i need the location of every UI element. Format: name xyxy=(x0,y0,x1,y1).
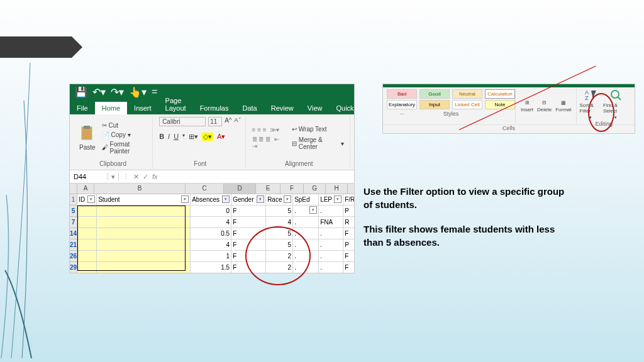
enter-icon[interactable]: ✓ xyxy=(143,173,148,181)
tab-view[interactable]: View xyxy=(301,102,330,114)
format-button[interactable]: ▦Format xyxy=(555,100,571,112)
delete-icon: ⊟ xyxy=(542,100,547,106)
filter-icon[interactable]: ▾ xyxy=(284,195,291,203)
svg-rect-1 xyxy=(84,126,90,129)
filter-active-icon[interactable]: ▾ xyxy=(222,195,230,203)
format-icon: ▦ xyxy=(561,100,566,106)
underline-button[interactable]: U xyxy=(174,133,179,141)
style-calculation[interactable]: Calculation xyxy=(485,89,515,99)
ribbon-panel: Paste ✂Cut 📄Copy ▾ 🖌Format Painter Clipb… xyxy=(70,114,354,170)
svg-text:Z: Z xyxy=(585,95,589,101)
fx-icon[interactable]: fx xyxy=(152,173,158,180)
style-input[interactable]: Input xyxy=(419,100,450,109)
touch-icon[interactable]: 👆▾ xyxy=(129,86,147,98)
wrap-icon: ↩ xyxy=(292,126,297,133)
tab-quickbooks[interactable]: QuickBooks xyxy=(329,102,355,114)
quick-access-toolbar: 💾 ↶▾ ↷▾ 👆▾ = xyxy=(70,84,354,99)
border-button[interactable]: ⊞▾ xyxy=(189,133,198,141)
styles-label: Styles xyxy=(387,110,515,118)
column-headers: ABCDEFGH xyxy=(77,184,355,194)
tab-file[interactable]: File xyxy=(70,102,95,114)
table-header-row: ID▾ Student▾ Absences▾ Gender▾ Race▾ SpE… xyxy=(77,194,355,206)
font-label: Font xyxy=(194,159,206,167)
style-linkedcell[interactable]: Linked Cell xyxy=(452,100,482,109)
style-neutral[interactable]: Neutral xyxy=(452,89,482,99)
tab-data[interactable]: Data xyxy=(235,102,264,114)
tab-home[interactable]: Home xyxy=(95,102,127,114)
save-icon[interactable]: 💾 xyxy=(75,86,87,98)
table-row[interactable]: 1F2..F xyxy=(77,251,355,262)
tab-formulas[interactable]: Formulas xyxy=(193,102,236,114)
style-good[interactable]: Good xyxy=(419,89,450,99)
filter-icon[interactable]: ▾ xyxy=(87,195,95,203)
bold-button[interactable]: B xyxy=(159,133,164,141)
tab-pagelayout[interactable]: Page Layout xyxy=(158,94,193,114)
style-bad[interactable]: Bad xyxy=(387,89,417,99)
undo-icon[interactable]: ↶▾ xyxy=(92,86,106,98)
cells-group: ⊞Insert ⊟Delete ▦Format xyxy=(516,89,577,123)
filter-icon[interactable]: ▾ xyxy=(334,195,341,203)
spreadsheet-grid[interactable]: 1 5 7 14 21 26 29 31 32 ABCDEFGH ID▾ Stu… xyxy=(70,184,354,273)
cells-label: Cells xyxy=(502,125,515,131)
filter-icon[interactable]: ▾ xyxy=(181,195,189,203)
font-group: Calibri 11 A^ A˅ B I U▾ ⊞▾ ◇▾ A▾ Font xyxy=(155,117,245,167)
italic-button[interactable]: I xyxy=(168,133,170,141)
cancel-icon[interactable]: ✕ xyxy=(133,173,139,181)
redo-icon[interactable]: ↷▾ xyxy=(111,86,124,98)
tab-review[interactable]: Review xyxy=(264,102,301,114)
slide-marker xyxy=(0,36,82,58)
scissors-icon: ✂ xyxy=(102,122,107,129)
highlight-circle-sortfilter xyxy=(588,93,614,132)
font-color-button[interactable]: A▾ xyxy=(217,133,225,141)
table-row[interactable]: 0.5F5..F xyxy=(77,228,355,239)
clipboard-label: Clipboard xyxy=(99,159,126,167)
merge-icon: ⊟ xyxy=(292,140,297,147)
copy-button[interactable]: 📄Copy ▾ xyxy=(100,131,149,139)
excel-window-left: 💾 ↶▾ ↷▾ 👆▾ = File Home Insert Page Layou… xyxy=(69,84,355,273)
style-explanatory[interactable]: Explanatory … xyxy=(387,100,417,109)
table-row[interactable]: 1.5F2..F xyxy=(77,262,355,273)
row-headers: 1 5 7 14 21 26 29 31 32 xyxy=(70,184,77,273)
brush-icon: 🖌 xyxy=(102,144,108,151)
formula-bar: D44 ▾ ⋮✕✓fx xyxy=(70,170,354,184)
name-box[interactable]: D44 xyxy=(70,173,108,180)
table-row[interactable]: 0F5..P xyxy=(77,206,355,217)
ribbon-tabs: File Home Insert Page Layout Formulas Da… xyxy=(70,99,354,114)
delete-button[interactable]: ⊟Delete xyxy=(537,100,552,112)
merge-center-button[interactable]: ⊟Merge & Center ▾ xyxy=(290,136,346,151)
font-name-select[interactable]: Calibri xyxy=(159,117,206,126)
paste-button[interactable]: Paste xyxy=(77,125,97,151)
grow-font-icon[interactable]: A^ xyxy=(225,117,231,126)
insert-icon: ⊞ xyxy=(525,100,530,106)
highlight-circle-gender xyxy=(245,226,311,285)
insert-button[interactable]: ⊞Insert xyxy=(521,100,533,112)
table-row[interactable]: 4F4.FNAR xyxy=(77,217,355,228)
filter-active-icon[interactable]: ▾ xyxy=(257,195,264,203)
align-label: Alignment xyxy=(285,159,313,167)
clipboard-group: Paste ✂Cut 📄Copy ▾ 🖌Format Painter Clipb… xyxy=(74,117,153,167)
copy-icon: 📄 xyxy=(102,131,109,138)
table-row[interactable]: 4F5..P xyxy=(77,239,355,251)
shrink-font-icon[interactable]: A˅ xyxy=(235,117,242,126)
font-size-select[interactable]: 11 xyxy=(208,117,222,126)
tab-insert[interactable]: Insert xyxy=(127,102,158,114)
fill-color-button[interactable]: ◇▾ xyxy=(202,133,213,141)
cut-button[interactable]: ✂Cut xyxy=(100,121,149,129)
wrap-text-button[interactable]: ↩Wrap Text xyxy=(290,125,346,133)
name-box-dropdown[interactable]: ▾ xyxy=(108,173,119,181)
styles-group: Bad Good Neutral Calculation Explanatory… xyxy=(387,89,516,123)
svg-line-5 xyxy=(618,97,621,100)
instructional-text: Use the Filter option to view a specific… xyxy=(364,185,571,260)
paste-icon xyxy=(80,126,95,142)
format-painter-button[interactable]: 🖌Format Painter xyxy=(100,140,149,155)
alignment-group: ≡ ≡ ≡ ≫▾ ≣ ≣ ≣ ⇤ ⇥ ↩Wrap Text ⊟Merge & C… xyxy=(248,117,350,167)
